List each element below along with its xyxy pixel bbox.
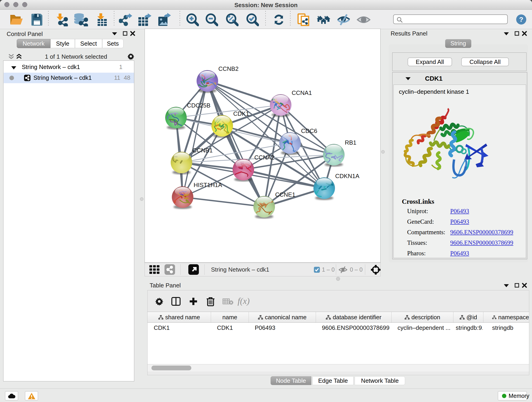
svg-text:CCNA2: CCNA2: [254, 154, 274, 161]
svg-text:CDKN1A: CDKN1A: [335, 172, 360, 179]
svg-text:CDK1: CDK1: [233, 110, 249, 117]
svg-text:?: ?: [519, 16, 523, 23]
svg-text:CCNE1: CCNE1: [275, 191, 295, 198]
svg-text:CCNB1: CCNB1: [192, 147, 213, 154]
svg-text:RB1: RB1: [345, 139, 356, 146]
svg-text:CDC25B: CDC25B: [187, 102, 210, 109]
svg-text:CCNA1: CCNA1: [292, 89, 312, 96]
svg-text:CDC6: CDC6: [301, 128, 317, 134]
svg-text:HIST1H1A: HIST1H1A: [194, 182, 222, 188]
svg-text:CCNB2: CCNB2: [218, 65, 239, 72]
